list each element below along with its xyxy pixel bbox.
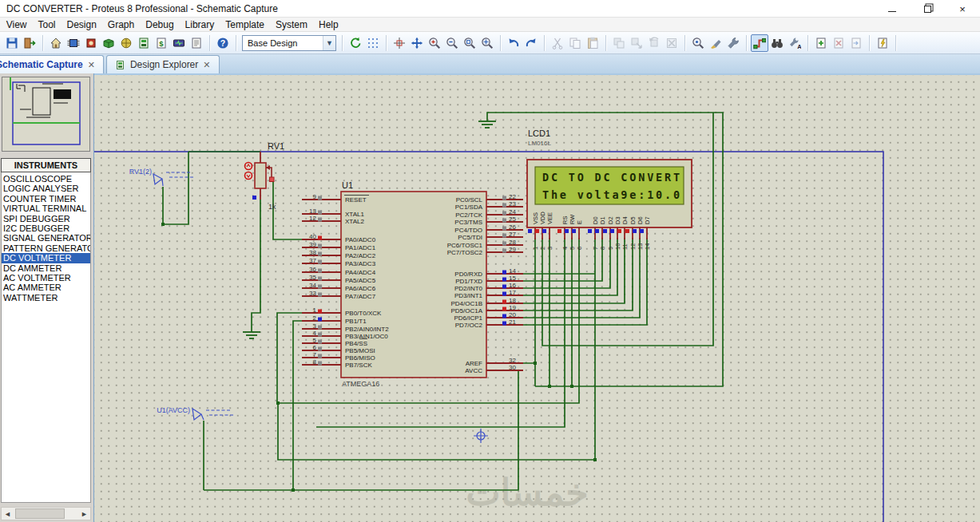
component-lcd1-lm016l[interactable]: LCD1LM016LDC TO DC CONVERTThe volta9e:10… xyxy=(527,129,692,250)
tools-icon[interactable] xyxy=(724,34,742,52)
pot-increase-button[interactable] xyxy=(245,163,252,170)
bill-of-materials-icon[interactable]: $ xyxy=(153,34,170,52)
wire-edit-icon[interactable] xyxy=(707,34,724,52)
ground-symbol[interactable] xyxy=(478,121,496,128)
svg-text:4: 4 xyxy=(313,330,317,337)
zoom-all-icon[interactable] xyxy=(478,34,496,52)
pcb-icon[interactable] xyxy=(82,34,100,52)
svg-text:21: 21 xyxy=(509,318,516,326)
zoom-area-icon[interactable] xyxy=(461,34,478,52)
svg-text:1k: 1k xyxy=(268,203,276,211)
zoom-out-icon[interactable] xyxy=(443,34,461,52)
remove-sheet-icon[interactable] xyxy=(830,34,847,52)
block-move-icon[interactable] xyxy=(628,34,645,52)
instrument-item-i2c-debugger[interactable]: I2C DEBUGGER xyxy=(2,223,90,233)
save-icon[interactable] xyxy=(3,34,21,52)
paste-icon[interactable] xyxy=(584,34,601,52)
minimize-button[interactable] xyxy=(875,0,910,18)
scroll-left-arrow[interactable]: ◄ xyxy=(2,508,14,520)
toolbar-group xyxy=(609,34,682,52)
menu-bar: EditViewToolDesignGraphDebugLibraryTempl… xyxy=(0,18,980,32)
export-icon[interactable] xyxy=(21,34,38,52)
simulator-icon[interactable] xyxy=(170,34,188,52)
overview-panel[interactable] xyxy=(2,77,90,152)
instrument-item-dc-ammeter[interactable]: DC AMMETER xyxy=(2,263,90,273)
voltage-probe[interactable]: U1(AVCC) xyxy=(157,406,233,420)
goto-sheet-icon[interactable] xyxy=(847,34,865,52)
pan-icon[interactable] xyxy=(408,34,426,52)
gerber-icon[interactable] xyxy=(117,34,135,52)
schematic-canvas[interactable]: خمسات U1ATMEGA169RESET13XTAL112XTAL240PA… xyxy=(94,73,980,522)
menu-item-graph[interactable]: Graph xyxy=(102,18,140,32)
design-explorer-icon[interactable] xyxy=(135,34,153,52)
instrument-item-ac-voltmeter[interactable]: AC VOLTMETER xyxy=(2,273,90,283)
block-copy-icon[interactable] xyxy=(610,34,628,52)
toolbar-separator xyxy=(605,35,606,51)
block-delete-icon[interactable] xyxy=(663,34,680,52)
design-selector-dropdown[interactable]: Base Design▼ xyxy=(242,35,336,51)
instrument-item-wattmeter[interactable]: WATTMETER xyxy=(2,293,90,303)
tab-design-explorer[interactable]: Design Explorer✕ xyxy=(106,55,220,73)
instrument-item-pattern-generator[interactable]: PATTERN GENERATOR xyxy=(2,243,90,253)
instrument-item-spi-debugger[interactable]: SPI DEBUGGER xyxy=(2,214,90,223)
autoroute-icon[interactable] xyxy=(751,34,768,52)
svg-text:PC7/TOSC2: PC7/TOSC2 xyxy=(447,249,483,256)
instrument-item-virtual-terminal[interactable]: VIRTUAL TERMINAL xyxy=(2,204,90,213)
scroll-right-arrow[interactable]: ► xyxy=(78,508,90,520)
scrollbar-thumb[interactable] xyxy=(15,508,65,519)
origin-icon[interactable] xyxy=(391,34,408,52)
tab-close-icon[interactable]: ✕ xyxy=(203,60,210,70)
restore-button[interactable] xyxy=(910,0,945,18)
svg-text:12: 12 xyxy=(309,215,316,222)
instrument-item-dc-voltmeter[interactable]: DC VOLTMETER xyxy=(2,253,90,263)
instrument-item-ac-ammeter[interactable]: AC AMMETER xyxy=(2,283,90,292)
toolbar-group xyxy=(345,34,383,52)
instrument-item-signal-generator[interactable]: SIGNAL GENERATOR xyxy=(2,233,90,243)
schematic-icon[interactable] xyxy=(65,34,82,52)
menu-item-help[interactable]: Help xyxy=(313,18,344,32)
zoom-select-icon[interactable] xyxy=(689,34,707,52)
home-icon[interactable] xyxy=(47,34,65,52)
menu-item-system[interactable]: System xyxy=(270,18,313,32)
menu-item-design[interactable]: Design xyxy=(61,18,102,32)
voltage-probe[interactable]: RV1(2) xyxy=(129,168,193,186)
search-icon[interactable] xyxy=(768,34,786,52)
toolbar-separator xyxy=(807,35,808,51)
menu-item-library[interactable]: Library xyxy=(180,18,220,32)
block-rotate-icon[interactable] xyxy=(645,34,663,52)
redo-icon[interactable] xyxy=(522,34,540,52)
svg-text:23: 23 xyxy=(509,200,516,208)
property-assign-icon[interactable]: A xyxy=(786,34,803,52)
ground-symbol[interactable] xyxy=(243,332,260,338)
close-button[interactable]: × xyxy=(945,0,980,18)
tab-schematic-capture[interactable]: Schematic Capture✕ xyxy=(0,55,104,73)
toolbar-group xyxy=(547,34,603,52)
menu-item-template[interactable]: Template xyxy=(220,18,270,32)
menu-item-tool[interactable]: Tool xyxy=(32,18,61,32)
toolbar-separator xyxy=(746,35,747,51)
new-sheet-icon[interactable] xyxy=(812,34,830,52)
cut-icon[interactable] xyxy=(549,34,566,52)
menu-item-debug[interactable]: Debug xyxy=(140,18,179,32)
tab-close-icon[interactable]: ✕ xyxy=(88,60,95,70)
component-u1-atmega16[interactable]: U1ATMEGA169RESET13XTAL112XTAL240PA0/ADC0… xyxy=(302,180,523,388)
refresh-icon[interactable] xyxy=(347,34,364,52)
viewer-3d-icon[interactable] xyxy=(100,34,117,52)
grid-icon[interactable] xyxy=(364,34,382,52)
instrument-item-counter-timer[interactable]: COUNTER TIMER xyxy=(2,194,90,204)
erc-icon[interactable] xyxy=(874,34,891,52)
schematic-drawing[interactable]: U1ATMEGA169RESET13XTAL112XTAL240PA0/ADC0… xyxy=(94,73,980,522)
help-icon[interactable]: ? xyxy=(214,34,232,52)
menu-item-view[interactable]: View xyxy=(1,18,33,32)
instrument-item-oscilloscope[interactable]: OSCILLOSCOPE xyxy=(2,174,90,184)
undo-icon[interactable] xyxy=(505,34,522,52)
zoom-in-icon[interactable] xyxy=(426,34,443,52)
sidebar-scrollbar[interactable]: ◄ ► xyxy=(1,507,91,520)
svg-text:6: 6 xyxy=(576,247,583,250)
pot-decrease-button[interactable] xyxy=(245,172,252,180)
svg-text:PD6/ICP1: PD6/ICP1 xyxy=(454,314,482,322)
report-icon[interactable] xyxy=(188,34,205,52)
copy-icon[interactable] xyxy=(566,34,584,52)
instrument-item-logic-analyser[interactable]: LOGIC ANALYSER xyxy=(2,184,90,193)
toolbar-group xyxy=(389,34,498,52)
